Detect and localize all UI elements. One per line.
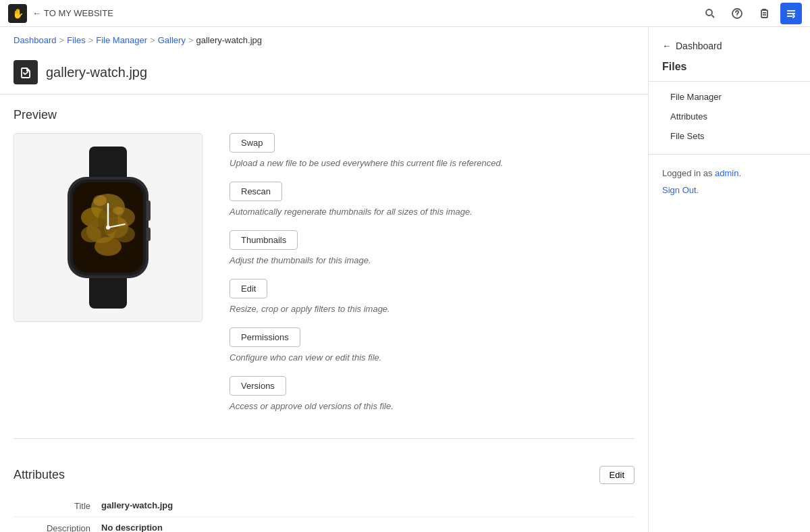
content-area: Preview (0, 95, 648, 466)
admin-user-link[interactable]: admin (715, 168, 738, 178)
sidebar-section-title: Files (649, 61, 810, 82)
svg-point-0 (706, 9, 712, 16)
permissions-action-group: Permissions Configure who can view or ed… (230, 327, 634, 363)
description-attribute-label: Description (14, 523, 101, 532)
swap-action-group: Swap Upload a new file to be used everyw… (230, 133, 634, 168)
section-divider (14, 438, 634, 439)
image-preview-container (14, 133, 202, 322)
title-attribute-value: gallery-watch.jpg (101, 500, 173, 510)
breadcrumb-file-manager[interactable]: File Manager (96, 35, 147, 45)
edit-image-button[interactable]: Edit (230, 279, 267, 298)
description-attribute-value: No description (101, 523, 163, 532)
sidebar-item-file-manager[interactable]: File Manager (649, 87, 810, 107)
svg-point-3 (736, 15, 737, 16)
preview-area: Swap Upload a new file to be used everyw… (14, 133, 634, 425)
file-type-icon (14, 60, 38, 84)
back-to-website-label: TO MY WEBSITE (44, 8, 113, 18)
sidebar-logged-in-text: Logged in as admin. (649, 163, 810, 184)
thumbnails-action-group: Thumbnails Adjust the thumbnails for thi… (230, 230, 634, 265)
sidebar-back-label: Dashboard (676, 41, 722, 51)
thumbnails-description: Adjust the thumbnails for this image. (230, 255, 634, 265)
svg-point-26 (113, 207, 124, 215)
description-attribute-row: Description No description (14, 517, 634, 532)
sidebar-back-button[interactable]: ← Dashboard (649, 38, 810, 61)
page-layout: Dashboard > Files > File Manager > Galle… (0, 27, 810, 532)
main-content: Dashboard > Files > File Manager > Galle… (0, 27, 648, 532)
svg-rect-31 (146, 228, 151, 241)
top-navigation: ✋ ← TO MY WEBSITE (0, 0, 810, 27)
svg-point-25 (93, 195, 107, 206)
sidebar-item-file-sets[interactable]: File Sets (649, 126, 810, 146)
rescan-action-group: Rescan Automatically regenerate thumbnai… (230, 182, 634, 217)
svg-point-29 (106, 225, 110, 230)
sign-out-link[interactable]: Sign Out. (662, 185, 699, 195)
breadcrumb-gallery[interactable]: Gallery (158, 35, 186, 45)
breadcrumb-sep-1: > (59, 35, 65, 45)
attributes-section: Attributes Edit Title gallery-watch.jpg … (0, 466, 648, 532)
attributes-header: Attributes Edit (14, 466, 634, 484)
versions-description: Access or approve old versions of this f… (230, 401, 634, 411)
svg-line-1 (712, 15, 715, 18)
edit-description: Resize, crop or apply filters to this im… (230, 304, 634, 314)
sidebar-back-arrow-icon: ← (662, 41, 672, 51)
attributes-section-title: Attributes (14, 468, 65, 482)
help-icon[interactable] (726, 3, 748, 24)
rescan-button[interactable]: Rescan (230, 182, 282, 201)
svg-rect-4 (761, 10, 767, 18)
sidebar: ← Dashboard Files File Manager Attribute… (648, 27, 810, 532)
swap-description: Upload a new file to be used everywhere … (230, 158, 634, 168)
watch-image (40, 147, 176, 309)
permissions-button[interactable]: Permissions (230, 327, 300, 347)
title-attribute-label: Title (14, 500, 101, 511)
permissions-description: Configure who can view or edit this file… (230, 352, 634, 363)
title-attribute-row: Title gallery-watch.jpg (14, 495, 634, 517)
breadcrumb-dashboard[interactable]: Dashboard (14, 35, 57, 45)
file-header: gallery-watch.jpg (0, 53, 648, 95)
thumbnails-button[interactable]: Thumbnails (230, 230, 298, 250)
breadcrumb-sep-3: > (150, 35, 155, 45)
swap-button[interactable]: Swap (230, 133, 275, 153)
clipboard-icon[interactable] (753, 3, 775, 24)
sidebar-divider (649, 154, 810, 155)
attributes-edit-button[interactable]: Edit (599, 466, 634, 484)
svg-point-24 (94, 237, 122, 256)
app-logo: ✋ (8, 4, 27, 23)
search-icon[interactable] (699, 3, 721, 24)
breadcrumb-current: gallery-watch.jpg (196, 35, 263, 45)
versions-button[interactable]: Versions (230, 376, 286, 396)
actions-area: Swap Upload a new file to be used everyw… (230, 133, 634, 425)
rescan-description: Automatically regenerate thumbnails for … (230, 207, 634, 217)
svg-rect-30 (146, 201, 151, 221)
menu-icon[interactable] (780, 3, 802, 24)
sidebar-signout: Sign Out. (649, 184, 810, 196)
preview-section-title: Preview (14, 108, 634, 122)
versions-action-group: Versions Access or approve old versions … (230, 376, 634, 411)
breadcrumb-sep-4: > (188, 35, 194, 45)
breadcrumb: Dashboard > Files > File Manager > Galle… (0, 27, 648, 53)
sidebar-item-attributes[interactable]: Attributes (649, 107, 810, 126)
edit-action-group: Edit Resize, crop or apply filters to th… (230, 279, 634, 314)
breadcrumb-sep-2: > (88, 35, 94, 45)
back-arrow-icon: ← (32, 8, 41, 18)
file-name-title: gallery-watch.jpg (46, 65, 147, 80)
breadcrumb-files[interactable]: Files (67, 35, 85, 45)
back-to-website-link[interactable]: ← TO MY WEBSITE (32, 8, 113, 18)
